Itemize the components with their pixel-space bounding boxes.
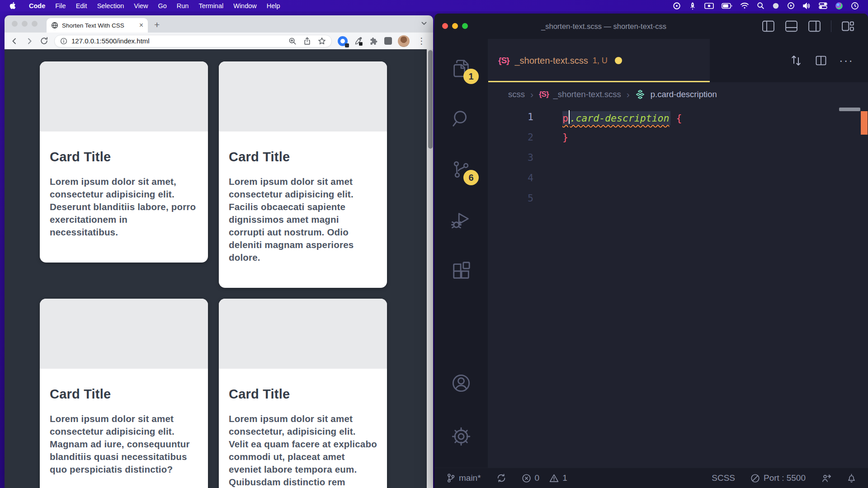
control-center-icon[interactable]	[819, 2, 827, 9]
menu-view[interactable]: View	[129, 2, 153, 9]
vscode-titlebar[interactable]: _shorten-text.scss — shorten-text-css	[434, 14, 868, 39]
browser-window-controls[interactable]	[12, 21, 38, 27]
card-description: Lorem ipsum dolor sit amet, consectetur …	[50, 175, 198, 239]
record-target-icon[interactable]	[673, 2, 681, 10]
breadcrumb-folder[interactable]: scss	[508, 89, 525, 99]
clock-icon[interactable]	[851, 2, 859, 10]
minimize-window-button[interactable]	[452, 23, 458, 29]
card: Card Title Lorem ipsum dolor sit amet co…	[219, 61, 387, 288]
site-info-icon[interactable]	[60, 38, 67, 45]
warning-count: 1	[562, 473, 567, 483]
browser-tab[interactable]: Shorten Text With CSS ×	[47, 18, 148, 33]
problems-item[interactable]: 0 1	[522, 473, 567, 483]
tab-close-icon[interactable]: ×	[139, 21, 143, 29]
breadcrumb-file[interactable]: _shorten-text.scss	[553, 89, 621, 99]
password-manager-extension-icon[interactable]	[338, 36, 348, 46]
notifications-item[interactable]	[847, 473, 856, 483]
live-server-port-item[interactable]: Port : 5500	[750, 473, 806, 483]
minimap-slider[interactable]	[839, 108, 860, 111]
rocket-icon[interactable]	[689, 2, 697, 10]
menu-go[interactable]: Go	[153, 2, 171, 9]
git-branch-item[interactable]: main*	[446, 473, 481, 483]
volume-icon[interactable]	[802, 2, 811, 9]
screen-mirroring-icon[interactable]	[704, 2, 714, 9]
code-editor[interactable]: 1 p.card-description { 2 } 3 4 5	[488, 107, 868, 468]
wifi-icon[interactable]	[740, 2, 749, 9]
menu-selection[interactable]: Selection	[92, 2, 129, 9]
reload-button[interactable]	[40, 37, 48, 45]
reader-extension-icon[interactable]	[384, 37, 392, 45]
zoom-icon[interactable]	[288, 37, 297, 45]
scss-selector: p.card-description	[562, 111, 670, 125]
screen-time-icon[interactable]	[787, 2, 795, 9]
toggle-sidebar-icon[interactable]	[762, 20, 775, 32]
accounts-icon[interactable]	[451, 373, 472, 394]
card-title: Card Title	[229, 387, 377, 402]
explorer-icon[interactable]: 1	[451, 58, 472, 79]
card: Card Title Lorem ipsum dolor sit amet co…	[40, 299, 208, 488]
overview-ruler-warning-mark	[861, 111, 868, 135]
open-changes-icon[interactable]	[789, 54, 803, 67]
page-scrollbar[interactable]	[427, 49, 433, 488]
source-control-icon[interactable]: 6	[451, 159, 472, 180]
close-window-button[interactable]	[442, 23, 448, 29]
browser-toolbar: 127.0.0.1:5500/index.html ⋮	[5, 33, 433, 49]
toggle-panel-icon[interactable]	[785, 20, 798, 32]
zoom-window-button[interactable]	[462, 23, 468, 29]
menu-edit[interactable]: Edit	[71, 2, 92, 9]
menu-run[interactable]: Run	[172, 2, 194, 9]
chevron-right-icon: ›	[626, 89, 631, 100]
card-grid: Card Title Lorem ipsum dolor sit amet, c…	[40, 61, 387, 488]
focus-dot-icon[interactable]	[772, 2, 779, 9]
globe-favicon	[51, 22, 58, 29]
minimize-window-button[interactable]	[22, 21, 28, 27]
bookmark-star-icon[interactable]	[318, 37, 326, 45]
apple-menu-icon[interactable]	[9, 2, 16, 9]
zoom-window-button[interactable]	[32, 21, 38, 27]
back-button[interactable]	[10, 37, 19, 46]
customize-layout-icon[interactable]	[841, 20, 854, 32]
share-icon[interactable]	[303, 37, 311, 45]
warnings-icon	[549, 474, 559, 483]
menu-app-name[interactable]: Code	[24, 2, 50, 9]
battery-icon[interactable]	[722, 3, 732, 9]
split-editor-icon[interactable]	[815, 54, 827, 67]
menu-window[interactable]: Window	[228, 2, 262, 9]
toggle-secondary-sidebar-icon[interactable]	[808, 20, 821, 32]
unsaved-dot-icon[interactable]	[615, 57, 622, 64]
menu-file[interactable]: File	[50, 2, 71, 9]
editor-tab[interactable]: {S} _shorten-text.scss 1, U	[488, 39, 710, 82]
language-mode-item[interactable]: SCSS	[712, 473, 735, 483]
new-tab-button[interactable]: +	[154, 18, 160, 33]
editor-tabbar: {S} _shorten-text.scss 1, U ···	[488, 39, 868, 82]
vscode-window-title: _shorten-text.scss — shorten-text-css	[541, 22, 666, 31]
scrollbar-thumb[interactable]	[428, 50, 433, 149]
forward-button[interactable]	[25, 37, 34, 46]
url-text[interactable]: 127.0.0.1:5500/index.html	[71, 37, 288, 45]
breadcrumb-symbol[interactable]: p.card-description	[651, 89, 717, 99]
close-window-button[interactable]	[12, 21, 18, 27]
sass-file-icon: {S}	[539, 90, 549, 99]
chrome-menu-icon[interactable]: ⋮	[415, 36, 428, 46]
menu-terminal[interactable]: Terminal	[193, 2, 228, 9]
siri-icon[interactable]	[835, 2, 843, 10]
run-debug-icon[interactable]	[451, 210, 472, 230]
live-share-item[interactable]	[821, 473, 831, 483]
eyedropper-extension-icon[interactable]	[354, 36, 363, 46]
more-actions-icon[interactable]: ···	[839, 54, 854, 68]
card-title: Card Title	[229, 150, 377, 164]
spotlight-icon[interactable]	[757, 2, 764, 9]
profile-avatar[interactable]	[398, 35, 410, 47]
source-control-badge: 6	[463, 170, 479, 185]
search-icon[interactable]	[451, 108, 472, 129]
card-image-placeholder	[40, 61, 208, 131]
browser-tabstrip: Shorten Text With CSS × +	[5, 15, 433, 33]
extensions-icon[interactable]	[451, 260, 472, 281]
sync-changes-item[interactable]	[496, 473, 506, 483]
address-bar[interactable]: 127.0.0.1:5500/index.html	[54, 35, 332, 47]
settings-gear-icon[interactable]	[451, 426, 472, 447]
extensions-puzzle-icon[interactable]	[369, 37, 378, 46]
explorer-badge: 1	[463, 69, 479, 84]
tab-search-chevron-icon[interactable]	[421, 22, 427, 25]
menu-help[interactable]: Help	[262, 2, 285, 9]
